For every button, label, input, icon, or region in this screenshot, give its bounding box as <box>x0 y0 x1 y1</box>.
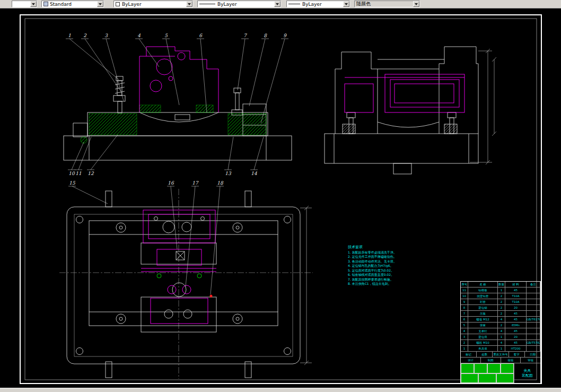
text-style-combo[interactable]: Standard <box>41 1 104 7</box>
callout-4: 4 <box>137 33 141 38</box>
plot-style-value: 随颜色 <box>356 1 371 7</box>
bom-row: 7压板245 <box>461 311 540 317</box>
drawing-title-line2: 装配图 <box>522 373 533 378</box>
chevron-down-icon[interactable] <box>186 1 192 7</box>
lineweight-icon <box>288 4 300 4</box>
bom-row: 4支承钉445 <box>461 328 540 334</box>
note-line: 8. 未注倒角C1，锐边去毛刺。 <box>348 282 421 286</box>
bom-row: 10固定钻套2T10A <box>461 293 540 299</box>
drawing-title-cell: 夹具 装配图 <box>514 363 540 383</box>
color-combo-value: ByLayer <box>122 2 142 7</box>
callout-11: 11 <box>75 171 81 176</box>
notes-title: 技术要求 <box>348 245 421 250</box>
callout-8: 8 <box>264 33 267 38</box>
plan-view <box>67 191 300 378</box>
green-cell <box>461 363 474 373</box>
bom-row: 8定位销220 <box>461 305 540 311</box>
lineweight-combo-value: ByLayer <box>302 2 322 7</box>
callout-15: 15 <box>69 180 76 186</box>
front-hatch <box>81 105 266 143</box>
side-view <box>325 47 478 174</box>
bom-header-row: 序号 名 称 数量 材 料 备注 <box>461 282 540 288</box>
plan-centerlines <box>59 189 313 379</box>
plan-view-green-details <box>157 274 201 278</box>
front-callout-leaders <box>66 39 288 170</box>
callout-13: 13 <box>225 171 232 176</box>
bom-row: 6螺母 M12445GB/T6170 <box>461 317 540 323</box>
green-cell <box>474 363 487 373</box>
green-cell <box>478 373 496 384</box>
title-block-row2: 设计 制图 校核 审核 <box>461 358 540 363</box>
plot-style-combo[interactable]: 随颜色 <box>354 1 420 7</box>
callout-7: 7 <box>243 33 247 38</box>
linetype-combo[interactable]: ByLayer <box>197 1 281 7</box>
callout-2: 2 <box>83 33 87 38</box>
green-cell <box>496 373 514 384</box>
text-style-value: Standard <box>50 2 72 7</box>
plan-callout-labels: 15 16 17 18 <box>69 180 224 186</box>
green-cell-grid <box>461 363 514 383</box>
linetype-combo-value: ByLayer <box>217 2 237 7</box>
chevron-down-icon[interactable] <box>97 1 103 7</box>
callout-16: 16 <box>168 180 174 186</box>
toolbar: Standard ByLayer ByLayer ByLayer 随颜色 <box>0 0 561 8</box>
callout-10: 10 <box>68 171 75 176</box>
green-cell <box>501 363 514 373</box>
style-icon <box>43 2 48 6</box>
callout-6: 6 <box>199 33 203 38</box>
title-block-green-area: 夹具 装配图 <box>461 363 540 383</box>
lineweight-combo[interactable]: ByLayer <box>286 1 350 7</box>
note-line: 1. 装配前所有零件必须清洗干净。 <box>348 250 421 255</box>
callout-1: 1 <box>68 33 71 38</box>
note-line: 4. 定位销与孔的配合为H7/g6。 <box>348 264 421 268</box>
side-view-dimensions <box>470 49 496 164</box>
chevron-down-icon[interactable] <box>343 1 349 7</box>
bom-row: 2螺栓 M10445GB/T5782 <box>461 340 540 346</box>
status-bar <box>0 388 561 392</box>
workpiece-front <box>139 47 218 112</box>
side-view-workpiece <box>345 74 464 112</box>
note-line: 6. 钻套轴线对底面垂直度0.02。 <box>348 273 421 277</box>
technical-notes: 技术要求 1. 装配前所有零件必须清洗干净。 2. 定位元件工作面不得磕碰划伤。… <box>348 245 421 286</box>
title-block-row1: 标记 处数 更改文件号 签字 日期 <box>461 352 540 358</box>
bom-row: 11钻模板145 <box>461 288 540 293</box>
plan-callout-leaders <box>68 186 224 294</box>
title-block: 序号 名 称 数量 材 料 备注 11钻模板145 10固定钻套2T10A 9衬… <box>460 281 541 384</box>
chevron-down-icon[interactable] <box>30 1 37 7</box>
chevron-down-icon[interactable] <box>413 1 419 7</box>
title-block-bottom: 标记 处数 更改文件号 签字 日期 设计 制图 校核 审核 <box>461 352 540 383</box>
green-cell <box>487 363 501 373</box>
workspace-combo[interactable] <box>12 1 37 7</box>
color-swatch-icon <box>116 2 120 6</box>
plan-dimensions <box>300 206 312 365</box>
note-line: 2. 定位元件工作面不得磕碰划伤。 <box>348 255 421 259</box>
callout-18: 18 <box>217 180 224 186</box>
bom-row: 9衬套2T10A <box>461 299 540 305</box>
note-line: 3. 各活动部件动作灵活、无卡滞。 <box>348 259 421 264</box>
note-line: 5. 定位面对底面平行度为0.02。 <box>348 268 421 273</box>
bom-row: 1夹具体1HT200 <box>461 346 540 352</box>
callout-3: 3 <box>104 33 108 38</box>
callout-9: 9 <box>283 33 287 38</box>
callout-5: 5 <box>164 33 168 38</box>
red-marker <box>210 295 213 298</box>
color-combo[interactable]: ByLayer <box>113 1 193 7</box>
bom-row: 5弹簧265Mn <box>461 323 540 328</box>
bom-row: 3定位块120 <box>461 334 540 340</box>
callout-12: 12 <box>87 171 94 176</box>
linetype-icon <box>199 4 215 4</box>
front-callout-labels: 1 2 3 4 5 6 7 8 9 10 11 12 13 14 <box>68 33 287 176</box>
note-line: 7. 装配后按图样要求进行检验。 <box>348 277 421 282</box>
callout-14: 14 <box>251 171 257 176</box>
green-cell <box>461 373 478 384</box>
drawing-title-line1: 夹具 <box>524 369 531 373</box>
callout-17: 17 <box>192 180 199 186</box>
chevron-down-icon[interactable] <box>274 1 280 7</box>
drawing-canvas[interactable]: 1 2 3 4 5 6 7 8 9 10 11 12 13 14 <box>0 8 561 388</box>
